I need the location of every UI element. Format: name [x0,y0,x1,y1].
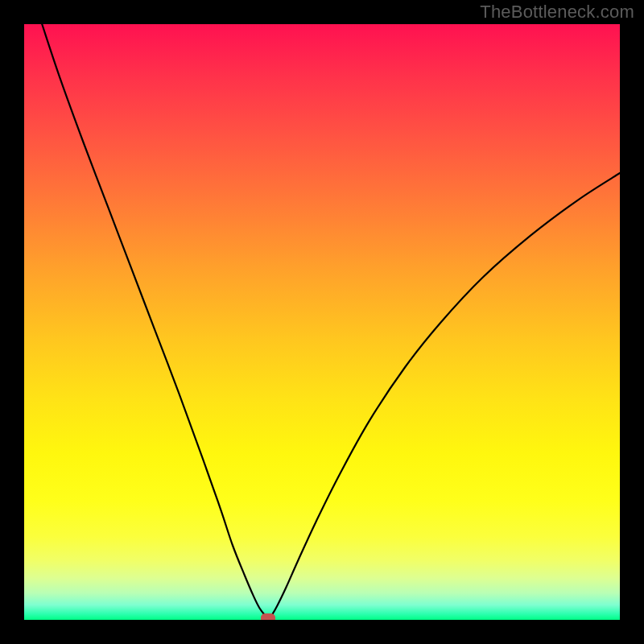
plot-area [24,24,620,620]
watermark-label: TheBottleneck.com [480,2,634,23]
optimal-point-marker [261,613,275,620]
chart-frame: TheBottleneck.com [0,0,644,644]
bottleneck-curve [24,24,620,620]
